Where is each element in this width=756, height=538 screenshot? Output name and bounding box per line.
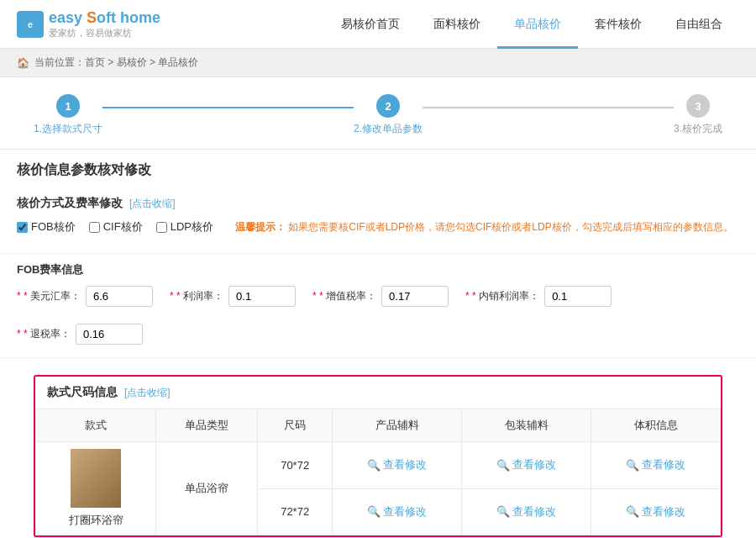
size-row-1-volume: 🔍 查看修改 (591, 488, 721, 535)
fob-field-1: * 利润率： (170, 286, 296, 307)
logo-text-block: easy Soft home 爱家纺，容易做家纺 (49, 9, 160, 40)
search-icon-2: 🔍 (496, 459, 510, 472)
size-row-1-package-material: 🔍 查看修改 (462, 488, 591, 535)
logo-text: easy Soft home (49, 9, 160, 26)
fob-field-2: * 增值税率： (312, 286, 449, 307)
nav-free[interactable]: 自由组合 (659, 0, 739, 49)
fob-label-3: * 内销利润率： (465, 289, 539, 303)
breadcrumb: 🏠 当前位置：首页 > 易核价 > 单品核价 (0, 49, 756, 77)
size-col-5: 体积信息 (591, 409, 721, 442)
size-col-0: 款式 (36, 409, 156, 442)
logo: e easy Soft home 爱家纺，容易做家纺 (17, 9, 160, 40)
fob-fields: * 美元汇率： * 利润率： * 增值税率： * 内销利润率： (17, 286, 739, 345)
step-3: 3 3.核价完成 (674, 94, 722, 136)
fob-input-1[interactable] (228, 286, 296, 307)
checkbox-row: FOB核价 CIF核价 LDP核价 温馨提示： 如果您需要核CIF或者LDP价格… (17, 219, 739, 235)
size-row-0-package-material: 🔍 查看修改 (462, 442, 591, 489)
fob-field-4: * 退税率： (17, 324, 143, 345)
fob-checkbox-item: FOB核价 (17, 219, 76, 235)
size-row-0-product-material: 🔍 查看修改 (333, 442, 462, 489)
warning-text: 温馨提示： 如果您需要核CIF或者LDP价格，请您勾选CIF核价或者LDP核价，… (235, 220, 733, 235)
fob-label-4: * 退税率： (17, 327, 71, 341)
view-volume-1[interactable]: 🔍 查看修改 (598, 504, 713, 520)
ldp-checkbox-item: LDP核价 (156, 219, 213, 235)
nav-fabric[interactable]: 面料核价 (417, 0, 497, 49)
cif-checkbox[interactable] (89, 222, 100, 233)
fob-checkbox[interactable] (17, 222, 28, 233)
product-name: 打圈环浴帘 (69, 513, 123, 528)
fob-label: FOB核价 (31, 219, 76, 235)
fob-title: FOB费率信息 (17, 262, 739, 277)
step-line-1 (102, 107, 354, 108)
cif-label: CIF核价 (103, 219, 143, 235)
fob-input-4[interactable] (76, 324, 143, 345)
ldp-checkbox[interactable] (156, 222, 167, 233)
size-col-1: 单品类型 (156, 409, 258, 442)
step-2-circle: 2 (376, 94, 400, 118)
nav-single[interactable]: 单品核价 (497, 0, 578, 49)
main-nav: 易核价首页 面料核价 单品核价 套件核价 自由组合 (324, 0, 739, 49)
view-package-material-0[interactable]: 🔍 查看修改 (469, 457, 584, 472)
nav-home[interactable]: 易核价首页 (324, 0, 417, 49)
size-section: 款式尺码信息 [点击收缩] 款式 单品类型 尺码 产品辅料 包装辅料 体积信息 (34, 375, 722, 537)
product-cell: 打圈环浴帘 (36, 442, 156, 535)
step-1-circle: 1 (56, 94, 80, 118)
view-product-material-0[interactable]: 🔍 查看修改 (339, 457, 454, 472)
step-line-2 (423, 107, 674, 108)
search-icon-3: 🔍 (626, 459, 639, 472)
step-1: 1 1.选择款式尺寸 (34, 94, 102, 136)
fob-field-3: * 内销利润率： (465, 286, 612, 307)
size-row-0-volume: 🔍 查看修改 (591, 442, 721, 489)
page-title: 核价信息参数核对修改 (0, 150, 756, 186)
fob-section: FOB费率信息 * 美元汇率： * 利润率： * 增值税率： (0, 254, 756, 358)
product-image (71, 449, 121, 508)
header: e easy Soft home 爱家纺，容易做家纺 易核价首页 面料核价 单品… (0, 0, 756, 49)
size-table-header-row: 款式 单品类型 尺码 产品辅料 包装辅料 体积信息 (36, 409, 721, 442)
step-2: 2 2.修改单品参数 (354, 94, 423, 136)
cost-section: 核价方式及费率修改 [点击收缩] FOB核价 CIF核价 LDP核价 温馨提示：… (0, 186, 756, 254)
size-section-header: 款式尺码信息 [点击收缩] (35, 377, 721, 409)
step-1-label: 1.选择款式尺寸 (34, 122, 102, 136)
home-icon[interactable]: 🏠 (17, 57, 29, 69)
table-row: 打圈环浴帘 单品浴帘 70*72 🔍 查看修改 (36, 442, 721, 489)
size-section-wrapper: 款式尺码信息 [点击收缩] 款式 单品类型 尺码 产品辅料 包装辅料 体积信息 (0, 358, 756, 538)
logo-sub: 爱家纺，容易做家纺 (49, 27, 160, 40)
cif-checkbox-item: CIF核价 (89, 219, 143, 235)
ldp-label: LDP核价 (171, 219, 213, 235)
step-3-circle: 3 (686, 94, 710, 118)
view-product-material-1[interactable]: 🔍 查看修改 (339, 504, 454, 520)
search-icon-4: 🔍 (367, 505, 381, 518)
product-type-cell: 单品浴帘 (156, 442, 258, 535)
fob-label-2: * 增值税率： (312, 289, 376, 303)
size-row-0-size: 70*72 (258, 442, 333, 489)
nav-set[interactable]: 套件核价 (578, 0, 659, 49)
search-icon-6: 🔍 (626, 505, 639, 518)
logo-icon: e (17, 11, 44, 38)
fob-label-0: * 美元汇率： (17, 289, 81, 303)
search-icon: 🔍 (367, 459, 381, 472)
fob-field-0: * 美元汇率： (17, 286, 153, 307)
fob-label-1: * 利润率： (170, 289, 223, 303)
size-row-1-product-material: 🔍 查看修改 (333, 488, 462, 535)
size-toggle-link[interactable]: [点击收缩] (124, 387, 171, 398)
steps-container: 1 1.选择款式尺寸 2 2.修改单品参数 3 3.核价完成 (0, 77, 756, 150)
breadcrumb-text: 当前位置：首页 > 易核价 > 单品核价 (34, 55, 198, 70)
cost-section-title: 核价方式及费率修改 [点击收缩] (17, 196, 739, 211)
size-col-2: 尺码 (258, 409, 333, 442)
fob-input-3[interactable] (544, 286, 612, 307)
size-col-3: 产品辅料 (333, 409, 462, 442)
search-icon-5: 🔍 (496, 505, 510, 518)
step-2-label: 2.修改单品参数 (354, 122, 423, 136)
size-col-4: 包装辅料 (462, 409, 591, 442)
view-package-material-1[interactable]: 🔍 查看修改 (469, 504, 584, 520)
cost-toggle-link[interactable]: [点击收缩] (129, 198, 176, 209)
fob-input-2[interactable] (381, 286, 449, 307)
size-row-1-size: 72*72 (258, 488, 333, 535)
step-3-label: 3.核价完成 (674, 122, 722, 136)
size-table: 款式 单品类型 尺码 产品辅料 包装辅料 体积信息 (35, 409, 721, 535)
view-volume-0[interactable]: 🔍 查看修改 (598, 457, 713, 472)
fob-input-0[interactable] (86, 286, 153, 307)
